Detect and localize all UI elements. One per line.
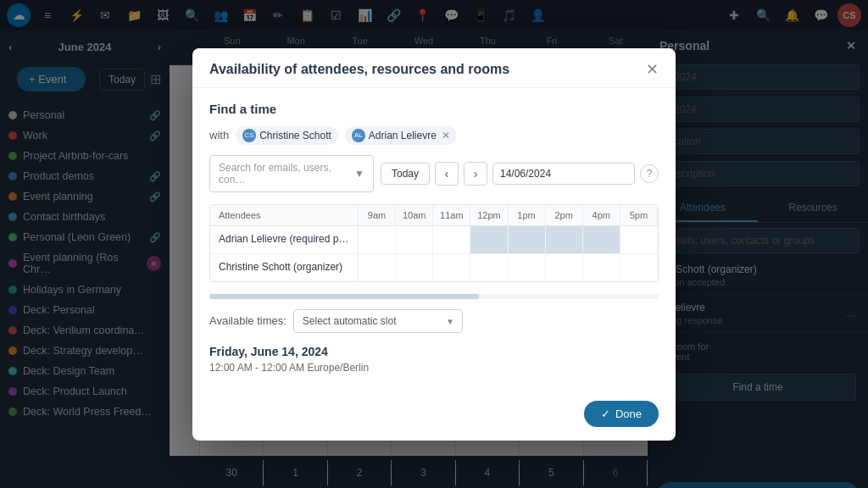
- adrian-4pm: [583, 226, 620, 253]
- available-times-label: Available times:: [209, 314, 287, 327]
- christine-4pm: [583, 254, 620, 281]
- available-times-select-wrapper: Select automatic slot: [293, 309, 463, 333]
- dropdown-arrow-icon: ▼: [354, 168, 364, 180]
- modal-overlay[interactable]: Availability of attendees, resources and…: [0, 0, 868, 488]
- adrian-9am: [359, 226, 396, 253]
- modal-footer: ✓ Done: [192, 392, 676, 441]
- chip-christine: CS Christine Schott: [236, 126, 338, 145]
- adrian-12pm: [470, 226, 508, 253]
- modal-title: Availability of attendees, resources and…: [209, 62, 509, 77]
- christine-1pm: [509, 254, 546, 281]
- done-label: Done: [615, 408, 642, 420]
- available-times-select[interactable]: Select automatic slot: [293, 309, 463, 333]
- adrian-10am: [396, 226, 433, 253]
- find-time-heading: Find a time: [209, 102, 659, 116]
- attendees-col-header: Attendees: [210, 205, 359, 225]
- done-check-icon: ✓: [601, 408, 610, 420]
- christine-10am: [396, 254, 433, 281]
- attendees-row: with CS Christine Schott AL Adrian Lelie…: [209, 126, 659, 145]
- grid-row-adrian: Adrian Lelievre (required participa…: [210, 226, 658, 254]
- 12pm-col-header: 12pm: [470, 205, 508, 225]
- find-time-section: Find a time with CS Christine Schott AL …: [209, 102, 659, 374]
- chip-adrian: AL Adrian Lelievre ✕: [345, 126, 457, 145]
- availability-grid: Attendees 9am 10am 11am 12pm 1pm 2pm 4pm…: [209, 204, 659, 282]
- chip-name-adrian: Adrian Lelievre: [369, 130, 437, 141]
- 2pm-col-header: 2pm: [546, 205, 583, 225]
- grid-row-christine: Christine Schott (organizer): [210, 254, 658, 281]
- adrian-1pm: [509, 226, 546, 253]
- available-times-row: Available times: Select automatic slot: [209, 309, 659, 333]
- christine-11am: [433, 254, 470, 281]
- date-picker-input[interactable]: [492, 163, 635, 185]
- adrian-2pm: [546, 226, 583, 253]
- adrian-row-name: Adrian Lelievre (required participa…: [210, 226, 359, 253]
- modal-header: Availability of attendees, resources and…: [192, 48, 676, 88]
- chip-avatar-adrian: AL: [352, 129, 365, 142]
- next-date-button[interactable]: ›: [464, 162, 487, 186]
- 9am-col-header: 9am: [359, 205, 396, 225]
- 10am-col-header: 10am: [396, 205, 433, 225]
- modal-body: Find a time with CS Christine Schott AL …: [192, 88, 676, 392]
- today-pill-button[interactable]: Today: [381, 163, 430, 185]
- availability-modal: Availability of attendees, resources and…: [192, 48, 676, 441]
- search-placeholder: Search for emails, users, con…: [219, 162, 354, 186]
- date-nav-row: Today ‹ › ?: [381, 162, 659, 186]
- christine-2pm: [546, 254, 583, 281]
- time-info: Friday, June 14, 2024 12:00 AM - 12:00 A…: [209, 345, 659, 374]
- chip-remove-adrian[interactable]: ✕: [442, 130, 450, 141]
- attendee-search-dropdown[interactable]: Search for emails, users, con… ▼: [209, 155, 374, 192]
- prev-date-button[interactable]: ‹: [435, 162, 459, 186]
- search-date-row: Search for emails, users, con… ▼ Today ‹…: [209, 155, 659, 192]
- 1pm-col-header: 1pm: [509, 205, 546, 225]
- scroll-indicator[interactable]: [209, 294, 659, 299]
- christine-row-name: Christine Schott (organizer): [210, 254, 359, 281]
- chip-name-christine: Christine Schott: [259, 130, 331, 141]
- search-field[interactable]: Search for emails, users, con… ▼: [209, 155, 374, 192]
- christine-5pm: [620, 254, 658, 281]
- selected-date-label: Friday, June 14, 2024: [209, 345, 659, 358]
- 4pm-col-header: 4pm: [583, 205, 620, 225]
- help-button[interactable]: ?: [640, 164, 659, 183]
- christine-9am: [359, 254, 396, 281]
- modal-close-button[interactable]: ✕: [646, 62, 659, 77]
- adrian-5pm: [620, 226, 658, 253]
- chip-avatar-christine: CS: [242, 129, 256, 142]
- time-range-label: 12:00 AM - 12:00 AM Europe/Berlin: [209, 362, 659, 374]
- with-label: with: [209, 129, 229, 141]
- grid-header-row: Attendees 9am 10am 11am 12pm 1pm 2pm 4pm…: [210, 205, 658, 226]
- 5pm-col-header: 5pm: [620, 205, 658, 225]
- done-button[interactable]: ✓ Done: [584, 401, 659, 427]
- scroll-thumb: [209, 294, 479, 299]
- 11am-col-header: 11am: [433, 205, 470, 225]
- christine-12pm: [470, 254, 508, 281]
- adrian-11am: [433, 226, 470, 253]
